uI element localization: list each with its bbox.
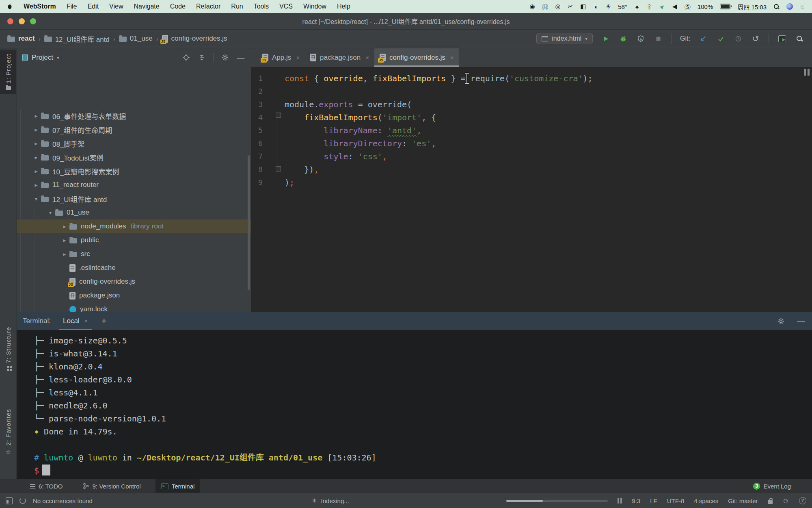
close-tab-icon[interactable]: ×: [296, 54, 300, 61]
fold-end-marker-icon[interactable]: [276, 166, 281, 172]
volume-icon[interactable]: ◀: [672, 3, 678, 10]
tree-item-11-react-router[interactable]: ▸11_react router: [16, 178, 251, 192]
breadcrumb-config-overrides-js[interactable]: JSconfig-overrides.js: [162, 35, 227, 43]
run-configuration-select[interactable]: index.html ▾: [536, 33, 593, 44]
git-commit-button[interactable]: [716, 34, 725, 43]
menu-file[interactable]: File: [67, 3, 77, 10]
menu-webstorm[interactable]: WebStorm: [24, 3, 56, 10]
caret-position-widget[interactable]: 9:3: [632, 497, 640, 504]
tree-toggle-icon[interactable]: ▸: [60, 237, 69, 243]
git-update-button[interactable]: [699, 34, 708, 43]
debug-button[interactable]: [619, 34, 628, 43]
menu-edit[interactable]: Edit: [88, 3, 99, 10]
toolwindow-button-version-control[interactable]: 9: Version Control: [77, 479, 146, 493]
menu-help[interactable]: Help: [337, 3, 350, 10]
toolwindow-button-terminal[interactable]: >_ Terminal: [155, 479, 201, 493]
tree-item-src[interactable]: ▸src: [16, 247, 251, 261]
terminal-settings-gear-icon[interactable]: [776, 317, 785, 326]
pause-indexing-icon[interactable]: [618, 498, 622, 504]
menu-navigate[interactable]: Navigate: [134, 3, 159, 10]
menu-refactor[interactable]: Refactor: [196, 3, 220, 10]
tree-item-config-overrides-js[interactable]: JSconfig-overrides.js: [16, 275, 251, 289]
history-clock-button[interactable]: [734, 34, 743, 43]
tree-toggle-icon[interactable]: ▸: [31, 168, 41, 174]
tree-item-10[interactable]: ▸10_豆瓣电影搜索案例: [16, 164, 251, 178]
breadcrumb-01-use[interactable]: 01_use: [119, 35, 153, 43]
settings-gear-icon[interactable]: [220, 53, 229, 62]
tree-item-01-use[interactable]: ▾01_use: [16, 206, 251, 219]
new-terminal-session-button[interactable]: +: [102, 316, 107, 326]
indent-widget[interactable]: 4 spaces: [694, 497, 718, 504]
control-center-icon[interactable]: ≡: [800, 3, 806, 10]
tree-toggle-icon[interactable]: ▸: [31, 182, 41, 188]
encoding-widget[interactable]: UTF-8: [667, 497, 685, 504]
screen-record-icon[interactable]: ◉: [529, 3, 535, 10]
stripe-button-structure[interactable]: 7: Structure: [0, 327, 16, 371]
tree-item-08[interactable]: ▸08_脚手架: [16, 137, 251, 150]
shadowsocks-icon[interactable]: Ⓢ: [685, 2, 691, 11]
vpn-leaf-icon[interactable]: ♠: [634, 3, 640, 10]
tree-toggle-icon[interactable]: ▾: [31, 195, 41, 202]
tree-toggle-icon[interactable]: ▸: [60, 251, 69, 257]
toolwindow-button-todo[interactable]: 6: TODO: [24, 479, 68, 493]
event-log-button[interactable]: 3 Event Log: [753, 479, 791, 493]
code-editor[interactable]: 123456789 const { override, fixBabelImpo…: [251, 67, 812, 312]
hide-panel-button[interactable]: —: [236, 53, 245, 62]
tree-item-09-todolist[interactable]: ▸09_TodoList案例: [16, 150, 251, 164]
tab-package-json[interactable]: {}package.json×: [305, 48, 374, 67]
menu-view[interactable]: View: [109, 3, 123, 10]
menu-window[interactable]: Window: [303, 3, 326, 10]
location-arrow-icon[interactable]: ▶: [658, 2, 666, 11]
minimize-terminal-button[interactable]: —: [797, 317, 806, 326]
battery-percentage[interactable]: 100%: [698, 3, 713, 10]
tree-item-node-modules[interactable]: ▸node_moduleslibrary root: [16, 219, 251, 233]
stop-button[interactable]: [654, 34, 663, 43]
tree-item-eslintcache[interactable]: .eslintcache: [16, 261, 251, 275]
tree-toggle-icon[interactable]: ▸: [31, 140, 41, 147]
tree-toggle-icon[interactable]: ▸: [31, 154, 41, 161]
close-tab-icon[interactable]: ×: [365, 54, 369, 61]
close-tab-icon[interactable]: ×: [450, 54, 454, 61]
close-window-button[interactable]: [7, 18, 13, 24]
apple-menu-icon[interactable]: [6, 3, 13, 10]
menu-code[interactable]: Code: [170, 3, 186, 10]
tree-item-yarn-lock[interactable]: yarn.lock: [16, 302, 251, 312]
chevron-down-icon[interactable]: ▾: [57, 55, 59, 61]
terminal-tab-local[interactable]: Local ×: [61, 312, 89, 330]
stripe-button-favorites[interactable]: 2: Favorites ☆: [0, 409, 16, 456]
battery-icon[interactable]: [720, 4, 730, 9]
xnip-scissors-icon[interactable]: ✂: [568, 3, 573, 10]
wechat-icon[interactable]: ◖: [593, 3, 598, 10]
readonly-lock-icon[interactable]: [768, 500, 773, 504]
tab-app-js[interactable]: JSApp.js×: [257, 48, 305, 67]
fold-marker-icon[interactable]: [276, 113, 281, 118]
close-icon[interactable]: ×: [84, 318, 88, 324]
project-tree-scrollbar[interactable]: [248, 155, 250, 290]
tree-item-public[interactable]: ▸public: [16, 233, 251, 247]
tree-item-package-json[interactable]: {}package.json: [16, 289, 251, 302]
window-titlebar[interactable]: react [~/Desktop/react] - .../12_UI组件库 a…: [0, 13, 812, 30]
istat-menus-icon[interactable]: ☀: [605, 3, 611, 10]
menu-run[interactable]: Run: [231, 3, 243, 10]
tree-toggle-icon[interactable]: ▸: [31, 113, 41, 119]
tree-item-12-ui-antd[interactable]: ▾12_UI组件库 antd: [16, 192, 251, 206]
breadcrumb-react[interactable]: react: [7, 35, 35, 43]
help-icon[interactable]: ?: [799, 497, 806, 504]
tree-toggle-icon[interactable]: ▸: [31, 126, 41, 133]
temperature-reading[interactable]: 58°: [618, 3, 627, 10]
breadcrumb-12-ui-antd[interactable]: 12_UI组件库 antd: [44, 34, 110, 44]
locate-file-button[interactable]: [181, 53, 190, 62]
creative-cloud-icon[interactable]: ◎: [555, 3, 561, 10]
tree-toggle-icon[interactable]: ▾: [45, 209, 55, 216]
tree-item-07[interactable]: ▸07_组件的生命周期: [16, 123, 251, 137]
menu-vcs[interactable]: VCS: [279, 3, 293, 10]
tree-toggle-icon[interactable]: ▸: [60, 223, 69, 230]
tab-config-overrides-js[interactable]: JSconfig-overrides.js×: [374, 48, 459, 67]
run-button[interactable]: [601, 34, 610, 43]
highlighting-level-icon[interactable]: ☺: [782, 498, 789, 504]
line-separator-widget[interactable]: LF: [650, 497, 657, 504]
menubar-clock[interactable]: 周四 15:03: [737, 2, 767, 11]
git-branch-widget[interactable]: Git: master: [728, 497, 758, 504]
search-everywhere-button[interactable]: [795, 34, 804, 43]
menu-tools[interactable]: Tools: [254, 3, 269, 10]
